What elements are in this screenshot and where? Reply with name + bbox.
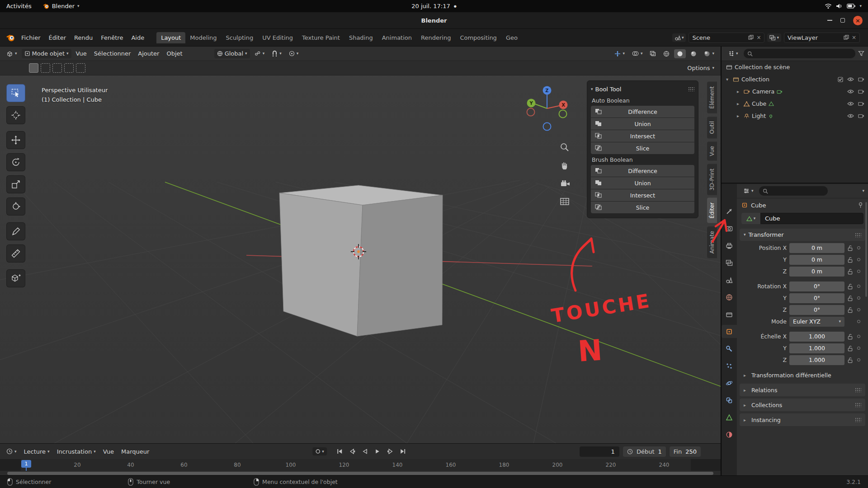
tab-view-layer[interactable] [722, 256, 737, 269]
camera-view-icon[interactable] [560, 179, 571, 188]
select-mode-invert-button[interactable] [64, 63, 74, 73]
menu-aide[interactable]: Aide [127, 34, 148, 41]
eye-icon[interactable] [847, 89, 854, 94]
sidebar-tab-editer[interactable]: Éditer [707, 198, 717, 223]
tool-transform-button[interactable] [6, 197, 25, 216]
tab-output[interactable] [722, 239, 737, 252]
tab-scene[interactable] [722, 273, 737, 286]
camera-toggle-icon[interactable] [858, 77, 864, 82]
menu-editer[interactable]: Éditer [45, 34, 71, 41]
panel-grip-icon[interactable] [688, 87, 694, 91]
outliner-row-scene-collection[interactable]: Collection de scène [722, 61, 868, 73]
outliner-editor-type-button[interactable]: ▾ [725, 49, 741, 58]
play-button[interactable] [372, 446, 383, 456]
blender-logo-icon[interactable] [5, 33, 15, 42]
tab-object[interactable] [722, 325, 737, 338]
snap-toggle[interactable]: ▾ [269, 49, 284, 58]
viewport-3d[interactable]: ▾ Mode objet ▾ Vue Sélectionner Ajouter … [0, 47, 721, 443]
brush-difference-button[interactable]: Difference [591, 165, 694, 177]
sidebar-tab-3d-print[interactable]: 3D-Print [707, 164, 717, 195]
animate-dot[interactable] [857, 358, 860, 361]
new-viewlayer-icon[interactable] [844, 35, 849, 40]
lock-open-icon[interactable] [847, 295, 853, 301]
workspace-tab-layout[interactable]: Layout [156, 32, 185, 43]
tab-particles[interactable] [722, 359, 737, 372]
scale-z-field[interactable]: 1.000 [789, 355, 844, 365]
tab-physics[interactable] [722, 376, 737, 389]
jump-to-end-button[interactable] [397, 446, 408, 456]
animate-dot[interactable] [857, 270, 860, 273]
disclosure-triangle-icon[interactable]: ▸ [737, 101, 741, 106]
auto-union-button[interactable]: Union [591, 118, 694, 130]
system-tray[interactable]: ▾ [825, 3, 868, 9]
auto-intersect-button[interactable]: Intersect [591, 130, 694, 142]
shading-material-button[interactable] [688, 49, 699, 58]
close-button[interactable]: × [853, 16, 863, 25]
show-overlays-dropdown[interactable]: ▾ [629, 49, 646, 58]
mode-dropdown[interactable]: Mode objet ▾ [22, 49, 71, 58]
default-cube[interactable] [279, 185, 443, 336]
transform-panel-header[interactable]: ▾ Transformer [740, 229, 865, 241]
show-gizmo-dropdown[interactable]: ▾ [612, 49, 627, 58]
menu-timeline-vue[interactable]: Vue [100, 447, 117, 456]
properties-search-input[interactable] [759, 186, 828, 196]
axis-y-neg-handle[interactable] [559, 110, 567, 118]
editor-type-button[interactable]: ▾ [4, 49, 20, 58]
maximize-button[interactable] [840, 18, 845, 23]
timeline-scrollbar[interactable] [7, 472, 713, 475]
animate-dot[interactable] [857, 320, 860, 323]
properties-editor-type-button[interactable]: ▾ [741, 187, 756, 195]
workspace-tab-shading[interactable]: Shading [344, 32, 377, 43]
eye-icon[interactable] [847, 77, 854, 82]
disclosure-triangle-icon[interactable]: ▸ [737, 89, 741, 94]
scene-name-field[interactable]: Scene × [689, 33, 764, 43]
eye-icon[interactable] [847, 101, 854, 106]
tool-annotate-button[interactable] [6, 222, 25, 240]
position-z-field[interactable]: 0 m [789, 267, 844, 277]
viewlayer-name-field[interactable]: ViewLayer × [784, 33, 860, 43]
shading-rendered-button[interactable]: ▾ [701, 49, 717, 58]
auto-difference-button[interactable]: Difference [591, 106, 694, 117]
section-delta-transform[interactable]: ▸ Transformation différentielle [740, 369, 865, 381]
tab-tool[interactable] [722, 205, 737, 218]
outliner-row-light[interactable]: ▸ Light [722, 110, 868, 122]
brush-intersect-button[interactable]: Intersect [591, 189, 694, 201]
workspace-tab-rendering[interactable]: Rendering [416, 32, 455, 43]
timeline-ruler[interactable]: 1 20 40 60 80 100 120 140 160 180 200 22… [0, 459, 721, 471]
tool-move-button[interactable] [6, 131, 25, 149]
timeline-scroll-track[interactable] [0, 471, 721, 475]
workspace-tab-sculpting[interactable]: Sculpting [221, 32, 258, 43]
workspace-tab-uv-editing[interactable]: UV Editing [258, 32, 297, 43]
menu-selectionner[interactable]: Sélectionner [91, 49, 134, 58]
tab-object-data[interactable] [722, 411, 737, 424]
select-mode-intersect-button[interactable] [76, 63, 85, 73]
bool-tool-header[interactable]: ▾ Bool Tool [591, 83, 694, 95]
viewlayer-browse-button[interactable]: ▾ [767, 33, 781, 42]
lock-open-icon[interactable] [847, 307, 853, 313]
pin-icon[interactable] [858, 202, 863, 208]
activities-button[interactable]: Activités [0, 3, 38, 9]
object-data-dropdown[interactable]: ▾ [741, 213, 760, 224]
section-instancing[interactable]: ▸ Instancing [740, 413, 865, 426]
menu-fenetre[interactable]: Fenêtre [97, 34, 127, 41]
menu-vue[interactable]: Vue [73, 49, 90, 58]
tool-select-box-button[interactable] [6, 84, 25, 102]
brush-union-button[interactable]: Union [591, 177, 694, 189]
sidebar-tab-outil[interactable]: Outil [707, 117, 717, 138]
sidebar-tab-element[interactable]: Élément [707, 82, 717, 113]
timeline-editor-type-button[interactable]: ▾ [4, 447, 19, 456]
jump-to-start-button[interactable] [334, 446, 345, 456]
tab-constraints[interactable] [722, 394, 737, 407]
object-name-input[interactable]: Cube [760, 213, 863, 224]
current-frame-field[interactable]: 1 [580, 446, 619, 457]
lock-open-icon[interactable] [847, 257, 853, 263]
app-indicator[interactable]: Blender ▾ [38, 3, 84, 9]
new-scene-icon[interactable] [748, 35, 754, 40]
sidebar-tab-vue[interactable]: Vue [707, 141, 717, 160]
tool-add-cube-button[interactable] [6, 269, 25, 287]
next-keyframe-button[interactable] [385, 446, 396, 456]
outliner-row-cube[interactable]: ▸ Cube [722, 98, 868, 110]
rotation-z-field[interactable]: 0° [789, 305, 844, 315]
axis-z-neg-handle[interactable] [543, 123, 551, 131]
play-reverse-button[interactable] [359, 446, 370, 456]
